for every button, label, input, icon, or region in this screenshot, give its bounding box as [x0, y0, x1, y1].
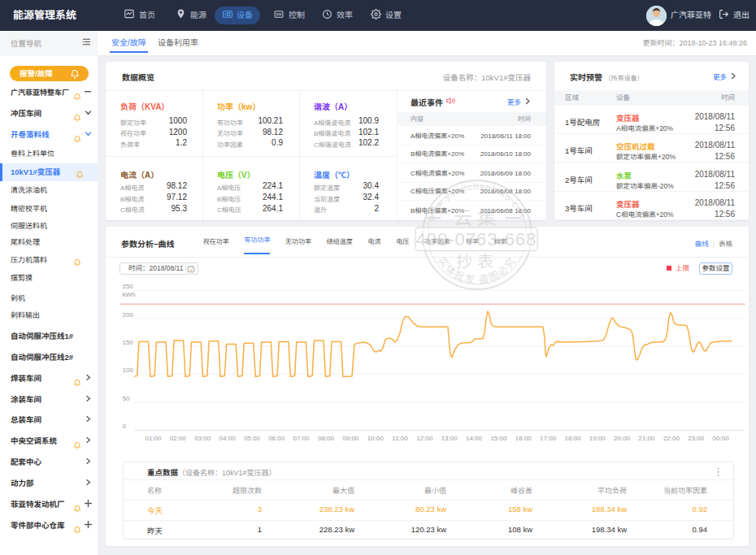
- svg-text:kWh: kWh: [123, 291, 136, 298]
- svg-text:06:00: 06:00: [268, 435, 285, 442]
- svg-text:21:00: 21:00: [638, 435, 655, 442]
- svg-text:12:00: 12:00: [416, 435, 433, 442]
- svg-text:17:00: 17:00: [540, 435, 557, 442]
- svg-text:13:00: 13:00: [441, 435, 458, 442]
- svg-text:07:00: 07:00: [293, 435, 311, 442]
- svg-text:10:00: 10:00: [367, 435, 385, 442]
- svg-text:14:00: 14:00: [466, 435, 483, 442]
- svg-text:100: 100: [123, 366, 134, 374]
- svg-text:400-0763-668: 400-0763-668: [415, 229, 537, 249]
- svg-text:50: 50: [123, 395, 130, 402]
- svg-text:150: 150: [123, 339, 134, 346]
- svg-text:03:00: 03:00: [194, 435, 211, 442]
- svg-text:250: 250: [123, 283, 134, 290]
- svg-text:22:00: 22:00: [663, 435, 680, 442]
- svg-text:09:00: 09:00: [342, 435, 359, 442]
- svg-text:200: 200: [123, 311, 134, 319]
- svg-text:11:00: 11:00: [392, 435, 408, 442]
- svg-text:00:00: 00:00: [713, 435, 730, 442]
- svg-text:抄表: 抄表: [456, 253, 498, 271]
- svg-text:18:00: 18:00: [564, 435, 581, 442]
- svg-text:16:00: 16:00: [515, 435, 532, 442]
- svg-text:08:00: 08:00: [318, 435, 335, 442]
- svg-text:20:00: 20:00: [614, 435, 631, 442]
- svg-text:02:00: 02:00: [170, 435, 187, 442]
- svg-text:23:00: 23:00: [688, 435, 705, 442]
- svg-text:05:00: 05:00: [244, 435, 261, 442]
- svg-text:0: 0: [123, 423, 127, 430]
- svg-text:01:00: 01:00: [145, 435, 162, 442]
- svg-text:19:00: 19:00: [589, 435, 606, 442]
- svg-text:15:00: 15:00: [490, 435, 507, 442]
- svg-text:04:00: 04:00: [219, 435, 237, 442]
- svg-text:云集: 云集: [454, 207, 501, 228]
